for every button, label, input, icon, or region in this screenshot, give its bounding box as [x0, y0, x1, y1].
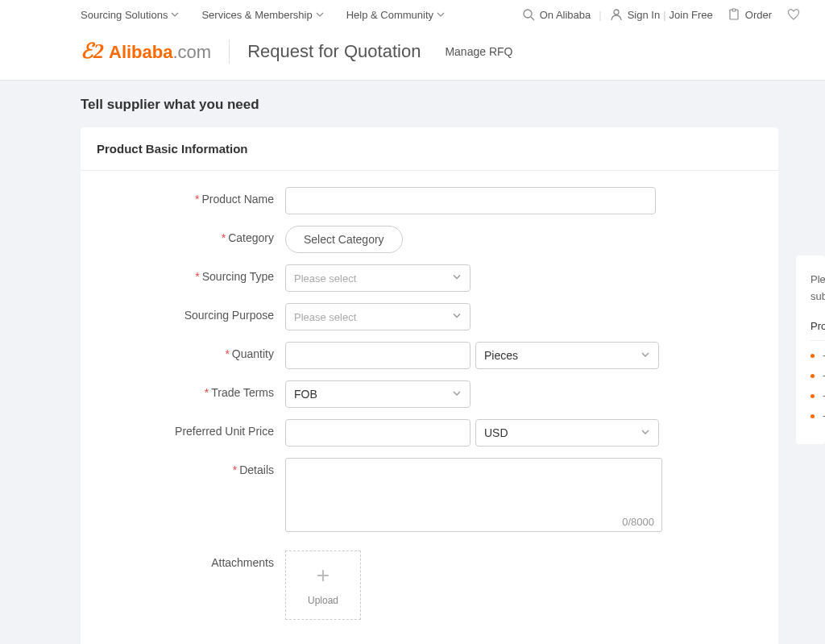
- row-product-name: *Product Name: [97, 187, 762, 214]
- quantity-unit-select[interactable]: Pieces: [475, 342, 659, 369]
- sidebar-list-item: - S: [810, 369, 825, 381]
- required-star: *: [222, 231, 226, 244]
- sidebar-list-item: - D: [810, 409, 825, 422]
- top-utility-bar: Sourcing Solutions Services & Membership…: [0, 0, 825, 29]
- chevron-down-icon: [452, 388, 462, 401]
- card-header: Product Basic Information: [81, 127, 778, 171]
- quantity-input[interactable]: [285, 342, 471, 369]
- label-sourcing-type: *Sourcing Type: [97, 264, 285, 283]
- sidebar-heading: Produ: [810, 320, 825, 341]
- required-star: *: [195, 270, 199, 283]
- separator: |: [663, 9, 665, 21]
- product-name-input[interactable]: [285, 187, 656, 214]
- row-category: *Category Select Category: [97, 226, 762, 253]
- heart-icon: [786, 8, 801, 21]
- topnav-help-community[interactable]: Help & Community: [346, 9, 445, 21]
- chevron-down-icon: [641, 426, 650, 439]
- details-textarea[interactable]: [285, 458, 662, 532]
- product-basic-info-card: Product Basic Information *Product Name …: [81, 127, 778, 644]
- order-link[interactable]: Order: [728, 8, 772, 21]
- card-body: *Product Name *Category Select Category: [81, 171, 778, 644]
- svg-point-0: [524, 10, 532, 18]
- alibaba-logo[interactable]: ℰ2 Alibaba.com: [81, 39, 211, 64]
- clipboard-icon: [728, 8, 740, 21]
- required-star: *: [205, 386, 209, 399]
- manage-rfq-link[interactable]: Manage RFQ: [445, 45, 512, 58]
- on-alibaba-label: On Alibaba: [540, 9, 591, 21]
- topnav-services-membership[interactable]: Services & Membership: [201, 9, 323, 21]
- label-quantity: *Quantity: [97, 342, 285, 360]
- user-icon: [610, 8, 623, 21]
- logo-mark: ℰ2: [81, 39, 104, 64]
- label-sourcing-purpose: Sourcing Purpose: [97, 303, 285, 322]
- order-label: Order: [745, 9, 772, 21]
- required-star: *: [195, 193, 199, 206]
- trade-terms-select[interactable]: FOB: [285, 380, 471, 408]
- chevron-down-icon: [171, 10, 179, 19]
- search-icon: [522, 8, 535, 21]
- row-quantity: *Quantity Pieces: [97, 342, 762, 369]
- separator: |: [599, 9, 601, 21]
- logo-suffix: .com: [172, 42, 211, 62]
- row-sourcing-purpose: Sourcing Purpose Please select: [97, 303, 762, 330]
- topnav-label: Sourcing Solutions: [81, 9, 168, 21]
- topnav-sourcing-solutions[interactable]: Sourcing Solutions: [81, 9, 179, 21]
- required-star: *: [233, 463, 237, 476]
- unit-price-input[interactable]: [285, 419, 471, 447]
- svg-point-2: [614, 10, 619, 15]
- plus-icon: +: [317, 564, 330, 587]
- section-heading: Tell supplier what you need: [81, 97, 778, 113]
- row-sourcing-type: *Sourcing Type Please select: [97, 264, 762, 292]
- row-attachments: Attachments + Upload: [97, 551, 762, 620]
- char-count: 0/8000: [622, 516, 654, 528]
- label-category: *Category: [97, 226, 285, 244]
- label-preferred-unit-price: Preferred Unit Price: [97, 419, 285, 438]
- chevron-down-icon: [437, 10, 445, 19]
- page-header: ℰ2 Alibaba.com Request for Quotation Man…: [0, 29, 825, 81]
- row-trade-terms: *Trade Terms FOB: [97, 380, 762, 408]
- label-details: *Details: [97, 458, 285, 476]
- join-free-link[interactable]: | Join Free: [663, 9, 713, 21]
- topnav-label: Help & Community: [346, 9, 433, 21]
- chevron-down-icon: [452, 272, 462, 285]
- sign-in-label: Sign In: [628, 9, 660, 21]
- sidebar-list-item: - Q: [810, 389, 825, 401]
- completeness-sidebar: Plea sub Produ - P - S - Q - D: [796, 256, 825, 444]
- row-preferred-unit-price: Preferred Unit Price USD: [97, 419, 762, 447]
- page-title: Request for Quotation: [247, 41, 421, 62]
- label-product-name: *Product Name: [97, 187, 285, 206]
- svg-rect-4: [732, 9, 736, 11]
- label-attachments: Attachments: [97, 551, 285, 569]
- upload-button[interactable]: + Upload: [285, 551, 361, 620]
- select-category-button[interactable]: Select Category: [285, 226, 403, 253]
- favorites-link[interactable]: [786, 8, 801, 21]
- sourcing-type-select[interactable]: Please select: [285, 264, 471, 292]
- chevron-down-icon: [641, 349, 650, 362]
- join-free-label: Join Free: [670, 9, 713, 21]
- sign-in-link[interactable]: Sign In: [610, 8, 660, 21]
- logo-text: Alibaba: [109, 42, 172, 62]
- upload-label: Upload: [308, 595, 338, 606]
- currency-select[interactable]: USD: [475, 419, 659, 447]
- card-title: Product Basic Information: [97, 142, 762, 156]
- svg-line-1: [531, 17, 534, 20]
- sidebar-list: - P - S - Q - D: [810, 349, 825, 422]
- sourcing-purpose-select[interactable]: Please select: [285, 303, 471, 330]
- main-content: Tell supplier what you need Product Basi…: [0, 81, 825, 644]
- label-trade-terms: *Trade Terms: [97, 380, 285, 399]
- chevron-down-icon: [452, 311, 462, 323]
- topnav-label: Services & Membership: [201, 9, 312, 21]
- required-star: *: [225, 347, 229, 360]
- sidebar-list-item: - P: [810, 349, 825, 361]
- header-divider: [229, 39, 230, 64]
- sidebar-intro: Plea sub: [810, 272, 825, 305]
- on-alibaba-link[interactable]: On Alibaba: [522, 8, 591, 21]
- chevron-down-icon: [316, 10, 324, 19]
- row-details: *Details 0/8000: [97, 458, 762, 534]
